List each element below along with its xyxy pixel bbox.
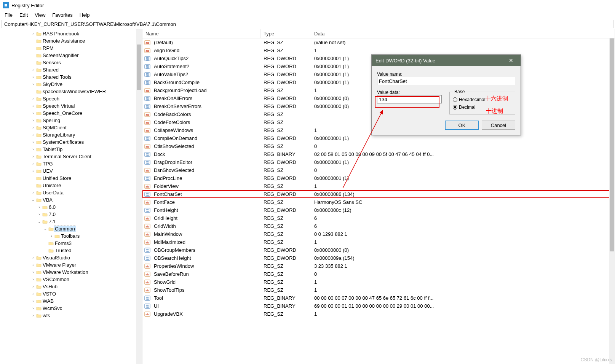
list-row[interactable]: ShowGridREG_SZ1 — [142, 278, 615, 286]
menu-edit[interactable]: Edit — [16, 11, 31, 19]
radio-dec-label: Decimal — [459, 105, 475, 110]
tree-item[interactable]: ›Speech — [0, 95, 142, 102]
tree-item[interactable]: Unified Store — [0, 175, 142, 182]
cell-data: 1 — [311, 48, 615, 53]
list-row[interactable]: AlignToGridREG_SZ1 — [142, 46, 615, 54]
radio-dec-icon — [453, 105, 457, 110]
list-row[interactable]: CtlsShowSelectedREG_SZ0 — [142, 142, 615, 150]
list-row[interactable]: ShowToolTipsREG_SZ1 — [142, 286, 615, 294]
list-row[interactable]: ToolREG_BINARY00 00 00 00 07 00 00 00 47… — [142, 294, 615, 302]
cancel-button[interactable]: Cancel — [482, 121, 515, 130]
tree-scrollbar[interactable] — [136, 29, 142, 364]
tree-item[interactable]: Trusted — [0, 247, 142, 254]
tree-item[interactable]: ›6.0 — [0, 203, 142, 211]
list-row[interactable]: OBSearchHeightREG_DWORD0x0000009a (154) — [142, 254, 615, 262]
menu-view[interactable]: View — [32, 11, 48, 19]
list-row[interactable]: (Default)REG_SZ(value not set) — [142, 38, 615, 46]
tree-item[interactable]: ›SQMClient — [0, 124, 142, 131]
list-row[interactable]: DragDropInEditorREG_DWORD0x00000001 (1) — [142, 158, 615, 166]
list-row[interactable]: FolderViewREG_SZ1 — [142, 182, 615, 190]
tree-item[interactable]: ›UEV — [0, 167, 142, 175]
tree-item[interactable]: ›SkyDrive — [0, 81, 142, 88]
tree-item[interactable]: ›SystemCertificates — [0, 138, 142, 146]
list-row[interactable]: CompileOnDemandREG_DWORD0x00000001 (1) — [142, 134, 615, 142]
tree-item[interactable]: ›UserData — [0, 189, 142, 196]
tree-item[interactable]: ›wfs — [0, 312, 142, 319]
tree-item[interactable]: ›Terminal Server Client — [0, 153, 142, 160]
folder-icon — [36, 299, 42, 304]
menu-favorites[interactable]: Favorites — [49, 11, 75, 19]
tree-item[interactable]: ›Toolbars — [0, 232, 142, 240]
tree-item[interactable]: ›Spelling — [0, 117, 142, 124]
tree-item[interactable]: RPM — [0, 45, 142, 52]
list-row[interactable]: MainWindowREG_SZ0 0 1293 882 1 — [142, 230, 615, 238]
tree-item[interactable]: ⌄7.1 — [0, 218, 142, 225]
cell-type: REG_DWORD — [260, 135, 311, 141]
tree-item[interactable]: ScreenMagnifier — [0, 52, 142, 59]
tree-item[interactable]: ›VsHub — [0, 283, 142, 290]
cell-type: REG_SZ — [260, 87, 311, 93]
tree-item[interactable]: ›Speech Virtual — [0, 102, 142, 110]
tree-item[interactable]: spacedeskWindowsVIEWER — [0, 88, 142, 95]
list-row[interactable]: SaveBeforeRunREG_SZ0 — [142, 270, 615, 278]
tree-item[interactable]: ›VMware Player — [0, 261, 142, 269]
list-row[interactable]: GridWidthREG_SZ6 — [142, 222, 615, 230]
tree-item[interactable]: ›7.0 — [0, 211, 142, 218]
tree-item[interactable]: ›VSCommon — [0, 276, 142, 283]
tree-item[interactable]: ›WcmSvc — [0, 305, 142, 312]
list-row[interactable]: FontCharSetREG_DWORD0x00000086 (134) — [142, 190, 615, 198]
list-row[interactable]: UpgradeVBXREG_SZ1 — [142, 310, 615, 318]
value-icon — [144, 295, 151, 301]
value-name-input[interactable] — [377, 77, 515, 85]
chevron-icon: › — [30, 263, 36, 267]
list-row[interactable]: FontHeightREG_DWORD0x0000000c (12) — [142, 206, 615, 214]
tree-item[interactable]: ›RAS Phonebook — [0, 30, 142, 37]
tree-item[interactable]: ⌄VBA — [0, 196, 142, 203]
tree-item[interactable]: ›Shared Tools — [0, 73, 142, 81]
list-row[interactable]: EndProcLineREG_DWORD0x00000001 (1) — [142, 174, 615, 182]
folder-icon — [36, 140, 42, 145]
menu-file[interactable]: File — [2, 11, 16, 19]
list-row[interactable]: PropertiesWindowREG_SZ3 23 335 882 1 — [142, 262, 615, 270]
tree-item[interactable]: ›Shared — [0, 66, 142, 73]
address-bar[interactable]: Computer\HKEY_CURRENT_USER\SOFTWARE\Micr… — [2, 20, 613, 28]
tree-item[interactable]: ›VSTO — [0, 290, 142, 297]
radio-hex[interactable]: Hexadecimal — [453, 96, 512, 103]
list-row[interactable]: OBGroupMembersREG_DWORD0x00000000 (0) — [142, 246, 615, 254]
tree-item[interactable]: ⌄Common — [0, 225, 142, 232]
tree-item[interactable]: ›VisualStudio — [0, 254, 142, 261]
tree-item[interactable]: ›TabletTip — [0, 146, 142, 153]
tree-item[interactable]: ›Speech_OneCore — [0, 110, 142, 117]
col-name[interactable]: Name — [142, 29, 260, 38]
list-row[interactable]: UIREG_BINARY69 00 00 00 01 01 00 00 00 0… — [142, 302, 615, 310]
list-row[interactable]: MdiMaximizedREG_SZ1 — [142, 238, 615, 246]
value-data-input[interactable] — [377, 95, 442, 103]
radio-dec[interactable]: Decimal — [453, 103, 512, 111]
list-row[interactable]: DockREG_BINARY02 00 58 01 05 00 08 00 09… — [142, 150, 615, 158]
tree-item[interactable]: ›WAB — [0, 297, 142, 305]
menu-help[interactable]: Help — [77, 11, 93, 19]
cell-type: REG_SZ — [260, 48, 311, 53]
cell-type: REG_SZ — [260, 143, 311, 149]
tree-item[interactable]: ›TPG — [0, 160, 142, 167]
tree-item[interactable]: ›StorageLibrary — [0, 131, 142, 138]
col-type[interactable]: Type — [260, 29, 311, 38]
tree-item[interactable]: Unistore — [0, 182, 142, 189]
col-data[interactable]: Data — [311, 29, 615, 38]
tree-item[interactable]: Sensors — [0, 59, 142, 66]
tree-item[interactable]: Forms3 — [0, 240, 142, 247]
cell-name: UpgradeVBX — [151, 311, 260, 317]
list-row[interactable]: FontFaceREG_SZHarmonyOS Sans SC — [142, 198, 615, 206]
tree-item[interactable]: ›VMware Workstation — [0, 269, 142, 276]
close-icon[interactable]: ✕ — [505, 57, 517, 64]
list-row[interactable]: GridHeightREG_SZ6 — [142, 214, 615, 222]
radio-hex-label: Hexadecimal — [459, 97, 485, 102]
cell-data: 1 — [311, 279, 615, 285]
tree-item[interactable]: Remote Assistance — [0, 37, 142, 45]
ok-button[interactable]: OK — [445, 121, 479, 130]
list-row[interactable]: DsnShowSelectedREG_SZ0 — [142, 166, 615, 174]
cell-type: REG_DWORD — [260, 72, 311, 77]
dialog-titlebar[interactable]: Edit DWORD (32-bit) Value ✕ — [372, 55, 521, 66]
tree-label: RPM — [42, 45, 54, 51]
list-scrollbar[interactable] — [609, 38, 615, 364]
